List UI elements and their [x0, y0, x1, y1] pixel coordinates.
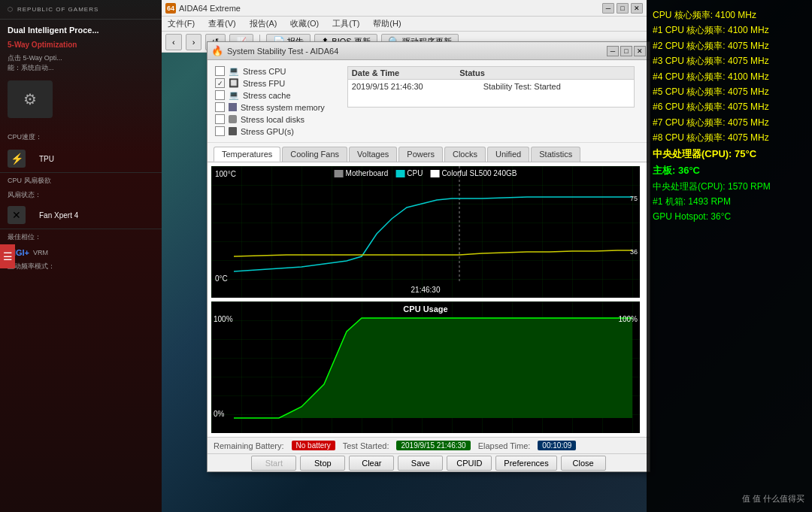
- legend-ssd-box: [430, 170, 439, 177]
- hamburger-menu[interactable]: ☰: [0, 244, 15, 268]
- cpuid-button[interactable]: CPUID: [447, 456, 492, 471]
- tb-back[interactable]: ‹: [165, 34, 182, 50]
- tab-voltages[interactable]: Voltages: [349, 147, 397, 162]
- test-started-value: 2019/9/15 21:46:30: [396, 441, 470, 450]
- temp-val-36: 36: [630, 248, 638, 256]
- legend-cpu-box: [395, 170, 404, 177]
- menu-file[interactable]: 文件(F): [165, 18, 197, 29]
- stability-title: 🔥 System Stability Test - AIDA64: [211, 45, 338, 56]
- tab-temperatures[interactable]: Temperatures: [214, 147, 280, 162]
- cpu-100-top: 100%: [214, 315, 233, 323]
- aida-app-icon: 64: [165, 3, 176, 14]
- charts-container: Motherboard CPU Colorful SL500 240GB 100…: [208, 162, 650, 437]
- fan-xpert-item[interactable]: ✕ Fan Xpert 4: [0, 201, 162, 229]
- stat-cpu4: #4 CPU 核心频率: 4100 MHz: [653, 69, 806, 84]
- aida-title-bar: 64 AIDA64 Extreme: [165, 3, 241, 14]
- stability-titlebar: 🔥 System Stability Test - AIDA64 ─ □ ✕: [208, 42, 650, 60]
- menu-bar: 文件(F) 查看(V) 报告(A) 收藏(O) 工具(T) 帮助(H): [162, 17, 647, 32]
- stat-cpu-rpm: 中央处理器(CPU): 1570 RPM: [653, 179, 806, 194]
- start-button[interactable]: Start: [251, 456, 296, 471]
- stat-cpu-temp: 中央处理器(CPU): 75°C: [653, 146, 806, 162]
- check-stress-disks[interactable]: Stress local disks: [215, 114, 325, 124]
- clear-button[interactable]: Clear: [349, 456, 394, 471]
- stress-cache-checkbox[interactable]: [215, 90, 225, 100]
- temp-y-top: 100°C: [215, 170, 236, 178]
- close-button[interactable]: Close: [561, 456, 606, 471]
- battery-value: No battery: [292, 441, 335, 450]
- bottom-buttons: Start Stop Clear Save CPUID Preferences …: [208, 453, 650, 471]
- menu-favorites[interactable]: 收藏(O): [288, 18, 321, 29]
- tab-clocks[interactable]: Clocks: [444, 147, 486, 162]
- legend-ssd: Colorful SL500 240GB: [430, 169, 517, 177]
- stats-panel: CPU 核心频率: 4100 MHz #1 CPU 核心频率: 4100 MHz…: [653, 8, 806, 225]
- maximize-button[interactable]: □: [617, 3, 629, 14]
- stab-close[interactable]: ✕: [634, 46, 646, 56]
- legend-mb: Motherboard: [335, 169, 389, 177]
- stability-window-controls: ─ □ ✕: [607, 46, 646, 56]
- tb-forward[interactable]: ›: [186, 34, 202, 50]
- elapsed-label: Elapsed Time:: [478, 441, 531, 450]
- stat-cpu5: #5 CPU 核心频率: 4075 MHz: [653, 84, 806, 99]
- stat-cpu1: #1 CPU 核心频率: 4100 MHz: [653, 23, 806, 38]
- log-header: Date & Time Status: [348, 67, 634, 80]
- tab-powers[interactable]: Powers: [398, 147, 443, 162]
- dip-title: Dual Intelligent Proce...: [0, 20, 162, 38]
- menu-view[interactable]: 查看(V): [206, 18, 238, 29]
- tab-cooling-fans[interactable]: Cooling Fans: [282, 147, 347, 162]
- menu-tools[interactable]: 工具(T): [330, 18, 362, 29]
- stab-maximize[interactable]: □: [620, 46, 632, 56]
- check-stress-memory[interactable]: Stress system memory: [215, 102, 325, 112]
- minimize-button[interactable]: ─: [602, 3, 614, 14]
- stat-cpu8: #8 CPU 核心频率: 4075 MHz: [653, 130, 806, 145]
- check-stress-cpu[interactable]: 💻 Stress CPU: [215, 66, 325, 76]
- cpu-speed-label: CPU速度：: [0, 129, 162, 145]
- log-area: Date & Time Status 2019/9/15 21:46:30 St…: [347, 66, 635, 108]
- check-stress-fpu[interactable]: 🔲 Stress FPU: [215, 78, 325, 88]
- stress-cpu-checkbox[interactable]: [215, 66, 225, 76]
- fan-status: 风扇状态：: [0, 189, 162, 201]
- stress-gpu-checkbox[interactable]: [215, 126, 225, 136]
- cpu-0: 0%: [214, 410, 224, 418]
- chart-legend: Motherboard CPU Colorful SL500 240GB: [335, 169, 517, 177]
- stress-memory-checkbox[interactable]: [215, 102, 225, 112]
- check-stress-cache[interactable]: 💻 Stress cache: [215, 90, 325, 100]
- right-panel: CPU 核心频率: 4100 MHz #1 CPU 核心频率: 4100 MHz…: [647, 0, 812, 512]
- stress-disks-checkbox[interactable]: [215, 114, 225, 124]
- cpu-usage-chart: CPU Usage 100% 100% 0%: [211, 301, 640, 433]
- tpu-item[interactable]: ⚡ TPU: [0, 145, 162, 173]
- stat-gpu-hotspot: GPU Hotspot: 36°C: [653, 209, 806, 224]
- preferences-button[interactable]: Preferences: [495, 456, 556, 471]
- tpu-label: TPU: [32, 152, 62, 166]
- checks-area: 💻 Stress CPU 🔲 Stress FPU 💻 Stress cache: [208, 60, 650, 143]
- cpu-100-right: 100%: [618, 315, 638, 323]
- opt-icon-box: ⚙: [8, 80, 53, 118]
- cpu-fan-label: CPU 风扇极欲: [0, 173, 162, 189]
- status-bar: Remaining Battery: No battery Test Start…: [208, 437, 650, 453]
- tab-unified[interactable]: Unified: [487, 147, 529, 162]
- check-stress-gpu[interactable]: Stress GPU(s): [215, 126, 325, 136]
- save-button[interactable]: Save: [398, 456, 443, 471]
- temp-y-bot: 0°C: [215, 274, 228, 283]
- window-controls: ─ □ ✕: [602, 3, 643, 14]
- stat-cpu7: #7 CPU 核心频率: 4075 MHz: [653, 115, 806, 130]
- menu-help[interactable]: 帮助(H): [371, 18, 403, 29]
- best-phase-label: 最佳相位：: [0, 229, 162, 245]
- watermark: 值 值 什么值得买: [742, 493, 804, 504]
- menu-report[interactable]: 报告(A): [247, 18, 280, 29]
- temp-val-75: 75: [630, 195, 638, 202]
- way-opt-label[interactable]: 5-Way Optimization: [0, 38, 162, 52]
- elapsed-value: 00:10:09: [538, 441, 576, 450]
- close-button[interactable]: ✕: [631, 3, 643, 14]
- stress-fpu-checkbox[interactable]: [215, 78, 225, 88]
- freq-mode: 主动频率模式：: [0, 260, 162, 273]
- stop-button[interactable]: Stop: [300, 456, 345, 471]
- temp-chart-svg: [211, 166, 640, 298]
- stat-mb-temp: 主板: 36°C: [653, 162, 806, 179]
- stab-minimize[interactable]: ─: [607, 46, 619, 56]
- aida-titlebar: 64 AIDA64 Extreme ─ □ ✕: [162, 0, 647, 17]
- opt-desc: 点击 5-Way Opti... 能：系统自动...: [0, 52, 162, 77]
- temperature-chart: Motherboard CPU Colorful SL500 240GB 100…: [211, 166, 640, 298]
- tab-statistics[interactable]: Statistics: [531, 147, 580, 162]
- battery-label: Remaining Battery:: [214, 441, 284, 450]
- stat-case-rpm: #1 机箱: 1493 RPM: [653, 194, 806, 209]
